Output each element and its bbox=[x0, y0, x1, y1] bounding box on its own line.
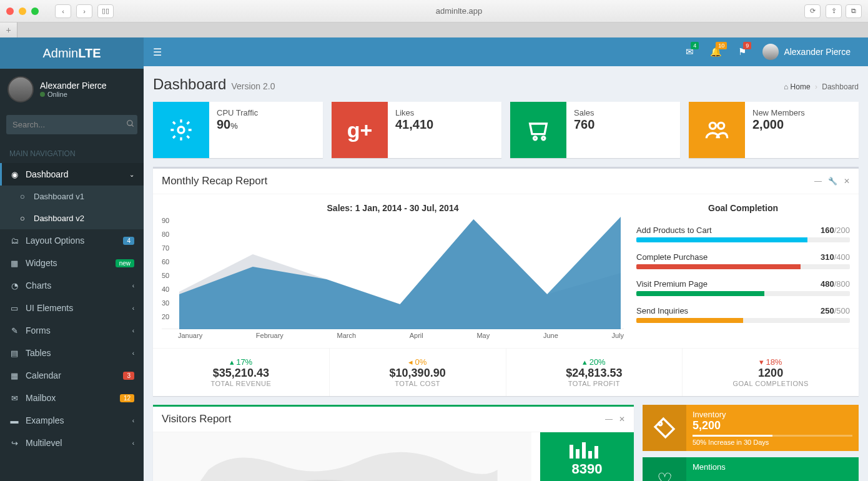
breadcrumb: ⌂ Home › Dashboard bbox=[784, 82, 859, 91]
forward-button[interactable]: › bbox=[76, 4, 92, 18]
inventory-box[interactable]: Inventory 5,200 50% Increase in 30 Days bbox=[643, 405, 859, 451]
sidebar-item-multilevel[interactable]: ↪Multilevel‹ bbox=[0, 432, 144, 454]
goal-label: Visit Premium Page bbox=[636, 279, 708, 289]
search-button[interactable] bbox=[124, 115, 137, 134]
notifications-button[interactable]: 🔔10 bbox=[703, 37, 729, 66]
heart-icon: ♡ bbox=[643, 457, 686, 481]
chevron-left-icon: ‹ bbox=[132, 327, 134, 334]
svg-rect-10 bbox=[588, 451, 592, 459]
reload-button[interactable]: ⟳ bbox=[804, 4, 821, 18]
menu-toggle-button[interactable]: ☰ bbox=[144, 46, 171, 58]
breadcrumb-home[interactable]: Home bbox=[791, 82, 811, 91]
progress-bar bbox=[636, 264, 801, 269]
info-box-0[interactable]: CPU Traffic 90% bbox=[153, 102, 323, 158]
share-button[interactable]: ⇪ bbox=[826, 4, 842, 18]
sidebar-item-widgets[interactable]: ▦Widgetsnew bbox=[0, 252, 144, 274]
sidebar-item-dashboard-v2[interactable]: ○ Dashboard v2 bbox=[0, 207, 144, 229]
sidebar-item-charts[interactable]: ◔Charts‹ bbox=[0, 274, 144, 297]
tag-icon bbox=[643, 405, 686, 451]
smallbox-title: Mentions bbox=[693, 462, 852, 472]
info-box-1[interactable]: g+ Likes 41,410 bbox=[332, 102, 501, 158]
goal-label: Complete Purchase bbox=[636, 252, 708, 262]
sales-chart: 9080706050403020 bbox=[162, 217, 624, 329]
sidebar-toggle-button[interactable]: ▯▯ bbox=[97, 4, 114, 18]
stat-label: TOTAL PROFIT bbox=[511, 380, 678, 387]
sidebar-item-label: Charts bbox=[26, 280, 51, 290]
url-field[interactable]: adminlte.app bbox=[436, 6, 482, 16]
page-subtitle: Version 2.0 bbox=[231, 81, 275, 91]
pie-chart-icon: ◔ bbox=[9, 281, 19, 290]
badge: 4 bbox=[691, 42, 699, 49]
svg-rect-8 bbox=[576, 449, 579, 459]
collapse-button[interactable]: — bbox=[605, 415, 613, 424]
mentions-box[interactable]: ♡ Mentions bbox=[643, 457, 859, 481]
sidebar-item-forms[interactable]: ✎Forms‹ bbox=[0, 319, 144, 342]
sidebar-item-tables[interactable]: ▤Tables‹ bbox=[0, 342, 144, 364]
sidebar-item-label: Calendar bbox=[26, 370, 61, 380]
svg-rect-7 bbox=[570, 445, 573, 459]
browser-toolbar: ‹ › ▯▯ adminlte.app ⟳ ⇪ ⧉ bbox=[0, 0, 868, 22]
stat-item: ▾ 18% 1200 GOAL COMPLETIONS bbox=[683, 349, 859, 396]
sidebar-item-label: Multilevel bbox=[26, 438, 62, 448]
goal-max: /500 bbox=[834, 306, 850, 315]
maximize-window-icon[interactable] bbox=[31, 7, 39, 15]
search-input[interactable] bbox=[6, 115, 124, 134]
stat-value: $24,813.53 bbox=[511, 367, 678, 380]
info-box-value: 2,000 bbox=[752, 117, 805, 132]
sidebar-item-ui-elements[interactable]: ▭UI Elements‹ bbox=[0, 297, 144, 319]
svg-point-0 bbox=[127, 121, 132, 126]
sidebar-item-calendar[interactable]: ▦Calendar3 bbox=[0, 364, 144, 387]
sidebar-item-label: Tables bbox=[26, 348, 51, 358]
svg-point-5 bbox=[709, 122, 716, 129]
goal-title: Goal Completion bbox=[636, 203, 850, 213]
sidebar-header: MAIN NAVIGATION bbox=[0, 143, 144, 163]
dashboard-icon: ◉ bbox=[9, 170, 19, 179]
th-icon: ▦ bbox=[9, 259, 19, 268]
sidebar-item-dashboard-v1[interactable]: ○ Dashboard v1 bbox=[0, 186, 144, 207]
badge: 12 bbox=[120, 394, 134, 402]
visitors-value: 8390 bbox=[548, 461, 626, 477]
sidebar-item-dashboard[interactable]: ◉ Dashboard ⌄ bbox=[0, 163, 144, 186]
sidebar-item-label: Layout Options bbox=[26, 236, 84, 245]
laptop-icon: ▭ bbox=[9, 304, 19, 313]
svg-point-2 bbox=[178, 127, 184, 133]
folder-icon: ▬ bbox=[9, 416, 19, 425]
messages-button[interactable]: ✉4 bbox=[678, 37, 701, 66]
goal-max: /400 bbox=[834, 252, 850, 262]
envelope-icon: ✉ bbox=[9, 394, 19, 403]
info-box-value: 760 bbox=[574, 117, 594, 132]
goal-label: Add Products to Cart bbox=[636, 226, 712, 235]
close-window-icon[interactable] bbox=[6, 7, 14, 15]
svg-point-12 bbox=[659, 422, 662, 425]
cart-icon bbox=[510, 102, 566, 158]
topbar: ☰ ✉4 🔔10 ⚑9 Alexander Pierce bbox=[144, 37, 868, 66]
svg-rect-9 bbox=[582, 442, 586, 459]
info-box-2[interactable]: Sales 760 bbox=[510, 102, 680, 158]
world-map[interactable] bbox=[153, 432, 531, 481]
goal-item: Send Inquiries 250/500 bbox=[636, 306, 850, 323]
sparkline-icon bbox=[568, 440, 606, 459]
close-button[interactable]: ✕ bbox=[844, 177, 850, 186]
sidebar-item-layout-options[interactable]: 🗂Layout Options4 bbox=[0, 229, 144, 252]
tabs-button[interactable]: ⧉ bbox=[846, 4, 862, 18]
info-box-label: Sales bbox=[574, 108, 594, 117]
info-box-3[interactable]: New Members 2,000 bbox=[689, 102, 859, 158]
badge: new bbox=[116, 259, 134, 267]
minimize-window-icon[interactable] bbox=[19, 7, 26, 15]
new-tab-button[interactable]: + bbox=[0, 22, 17, 37]
collapse-button[interactable]: — bbox=[814, 177, 822, 186]
avatar[interactable] bbox=[7, 76, 34, 102]
svg-point-3 bbox=[534, 137, 537, 140]
badge: 4 bbox=[123, 237, 134, 245]
progress-bar bbox=[636, 291, 764, 296]
back-button[interactable]: ‹ bbox=[55, 4, 71, 18]
svg-rect-11 bbox=[594, 446, 598, 459]
sidebar-item-mailbox[interactable]: ✉Mailbox12 bbox=[0, 387, 144, 409]
tasks-button[interactable]: ⚑9 bbox=[731, 37, 754, 66]
user-menu[interactable]: Alexander Pierce bbox=[755, 44, 858, 60]
settings-button[interactable]: 🔧 bbox=[828, 177, 837, 186]
chart-title: Sales: 1 Jan, 2014 - 30 Jul, 2014 bbox=[162, 203, 624, 213]
brand-logo[interactable]: AdminLTE bbox=[0, 37, 144, 69]
close-button[interactable]: ✕ bbox=[619, 415, 625, 424]
sidebar-item-examples[interactable]: ▬Examples‹ bbox=[0, 409, 144, 432]
